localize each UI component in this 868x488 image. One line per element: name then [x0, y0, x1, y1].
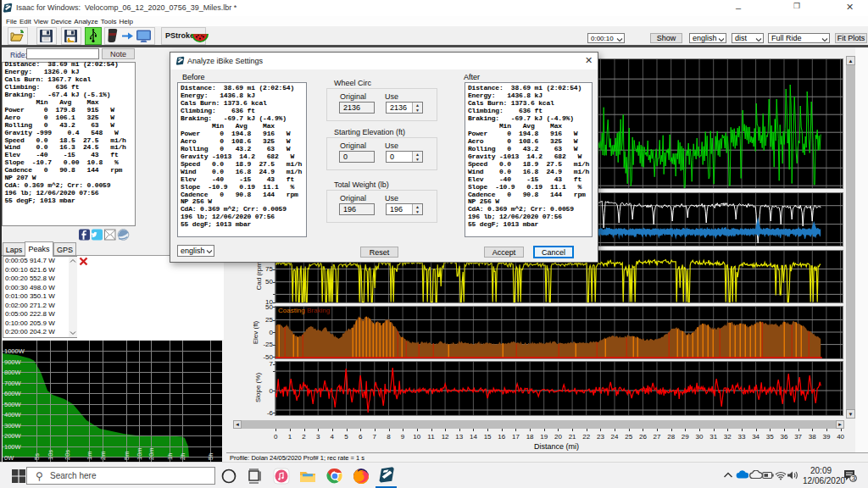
svg-text:1m: 1m: [86, 452, 93, 460]
svg-text:100W: 100W: [4, 443, 22, 451]
svg-text:20s: 20s: [64, 450, 71, 460]
svg-text:800W: 800W: [4, 369, 22, 376]
svg-text:700W: 700W: [4, 380, 22, 387]
svg-text:5m: 5m: [123, 452, 131, 460]
svg-text:400W: 400W: [4, 411, 22, 419]
svg-text:20m: 20m: [147, 447, 155, 460]
svg-text:2m: 2m: [99, 452, 107, 460]
svg-text:500W: 500W: [4, 401, 22, 408]
svg-text:10m: 10m: [136, 447, 143, 460]
svg-text:3: 3: [852, 474, 856, 482]
svg-text:5s: 5s: [33, 453, 41, 460]
svg-text:300W: 300W: [4, 422, 22, 430]
svg-text:900W: 900W: [4, 358, 22, 366]
svg-text:5h: 5h: [207, 453, 214, 460]
svg-text:600W: 600W: [4, 390, 22, 397]
svg-text:0W: 0W: [4, 454, 14, 462]
svg-text:2h: 2h: [179, 453, 186, 460]
svg-text:1000W: 1000W: [4, 347, 25, 355]
svg-text:200W: 200W: [4, 432, 22, 440]
svg-text:10s: 10s: [47, 450, 54, 460]
svg-text:1h: 1h: [166, 453, 174, 460]
